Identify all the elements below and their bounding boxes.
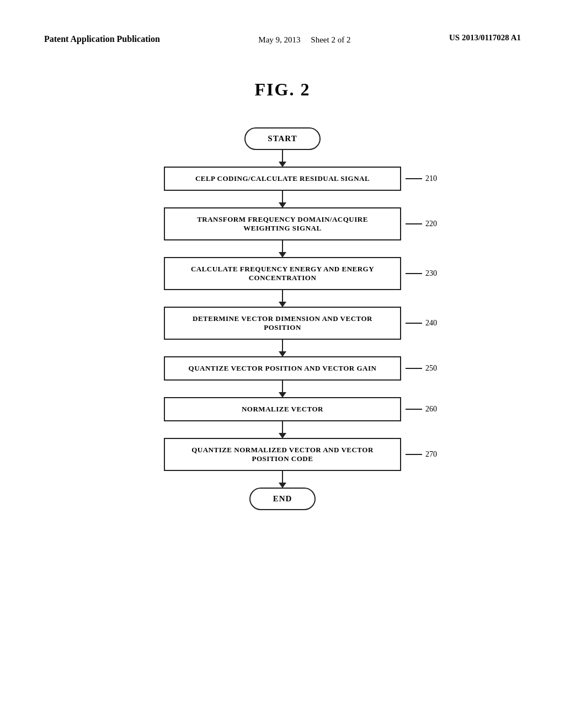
step-230-wrapper: CALCULATE FREQUENCY ENERGY AND ENERGY CO… [117, 257, 448, 290]
step-250-box: QUANTIZE VECTOR POSITION AND VECTOR GAIN [164, 356, 401, 381]
page-header: Patent Application Publication May 9, 20… [44, 33, 521, 46]
flowchart: START CELP CODING/CALCULATE RESIDUAL SIG… [117, 127, 448, 510]
header-sheet: Sheet 2 of 2 [311, 35, 350, 44]
step-260-box: NORMALIZE VECTOR [164, 397, 401, 421]
step-270-box: QUANTIZE NORMALIZED VECTOR AND VECTOR PO… [164, 438, 401, 471]
arrow-210-to-220 [282, 191, 283, 207]
header-publication-label: Patent Application Publication [44, 33, 160, 45]
arrow-start-to-210 [282, 150, 283, 167]
step-220-label: 220 [406, 220, 437, 228]
patent-page: Patent Application Publication May 9, 20… [0, 0, 565, 728]
step-250-wrapper: QUANTIZE VECTOR POSITION AND VECTOR GAIN… [117, 356, 448, 381]
step-250-label: 250 [406, 364, 437, 373]
arrow-250-to-260 [282, 381, 283, 397]
end-terminal: END [249, 488, 316, 510]
step-230-label: 230 [406, 269, 437, 278]
step-220-wrapper: TRANSFORM FREQUENCY DOMAIN/ACQUIRE WEIGH… [117, 207, 448, 240]
step-240-wrapper: DETERMINE VECTOR DIMENSION AND VECTOR PO… [117, 307, 448, 340]
figure-title: FIG. 2 [44, 79, 521, 100]
step-210-label: 210 [406, 174, 437, 183]
step-260-wrapper: NORMALIZE VECTOR 260 [117, 397, 448, 421]
step-220-box: TRANSFORM FREQUENCY DOMAIN/ACQUIRE WEIGH… [164, 207, 401, 240]
step-240-box: DETERMINE VECTOR DIMENSION AND VECTOR PO… [164, 307, 401, 340]
arrow-270-to-end [282, 471, 283, 488]
start-terminal: START [244, 127, 320, 150]
arrow-230-to-240 [282, 290, 283, 307]
step-210-wrapper: CELP CODING/CALCULATE RESIDUAL SIGNAL 21… [117, 167, 448, 191]
step-230-box: CALCULATE FREQUENCY ENERGY AND ENERGY CO… [164, 257, 401, 290]
step-270-label: 270 [406, 450, 437, 459]
arrow-240-to-250 [282, 340, 283, 356]
step-260-label: 260 [406, 405, 437, 414]
header-patent-number: US 2013/0117028 A1 [449, 33, 521, 42]
header-date: May 9, 2013 [258, 35, 300, 44]
step-270-wrapper: QUANTIZE NORMALIZED VECTOR AND VECTOR PO… [117, 438, 448, 471]
step-210-box: CELP CODING/CALCULATE RESIDUAL SIGNAL [164, 167, 401, 191]
arrow-260-to-270 [282, 421, 283, 438]
step-240-label: 240 [406, 319, 437, 328]
arrow-220-to-230 [282, 240, 283, 257]
header-date-sheet: May 9, 2013 Sheet 2 of 2 [258, 33, 350, 46]
